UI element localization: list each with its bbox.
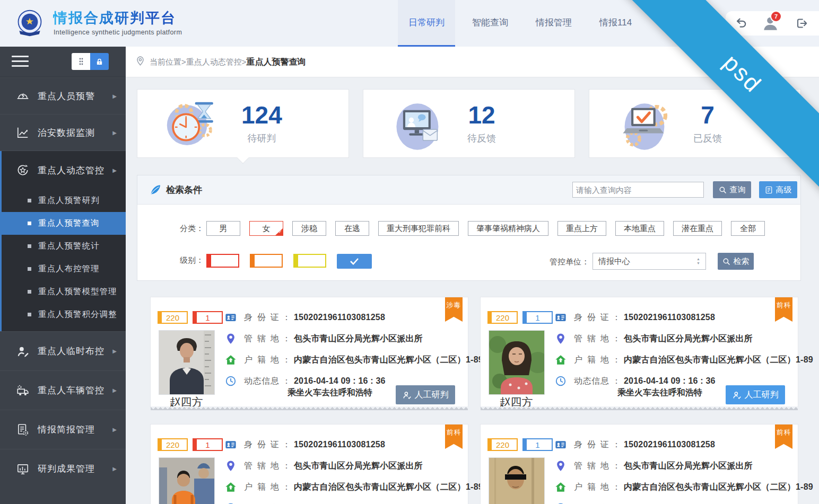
bullet-icon — [28, 244, 31, 248]
undo-icon[interactable] — [734, 16, 748, 30]
category-potential-key[interactable]: 潜在重点 — [673, 221, 722, 236]
person-photo — [159, 330, 215, 395]
nav-tab-intel-mgmt[interactable]: 情报管理 — [525, 0, 582, 47]
sidebar-item-vehicle-control[interactable]: 重点人车辆管控 ▶ — [0, 370, 126, 410]
card-perforation — [481, 406, 798, 410]
card-perforation — [151, 406, 468, 410]
category-major-crime[interactable]: 重大刑事犯罪前科 — [378, 221, 459, 236]
user-icon[interactable]: 7 — [762, 15, 779, 32]
manual-judge-button[interactable]: 人工研判 — [396, 385, 455, 404]
household-address: 内蒙古自治区包头市青山区光辉小区（二区）1-89 — [294, 482, 483, 493]
notification-badge[interactable]: 7 — [770, 11, 782, 22]
panel-title: 检索条件 — [166, 184, 202, 196]
alarm-icon — [16, 89, 30, 103]
stat-card-pending-judgment[interactable]: 124 待研判 — [137, 89, 349, 158]
nav-tab-special[interactable]: 专题研判 — [649, 0, 706, 47]
search-input[interactable] — [572, 182, 704, 198]
query-button[interactable]: 查询 — [713, 181, 751, 198]
chevron-right-icon: ▶ — [112, 130, 117, 136]
category-key-petition[interactable]: 重点上方 — [557, 221, 606, 236]
stat-label-done: 已反馈 — [693, 132, 722, 145]
manual-judge-button[interactable]: 人工研判 — [726, 385, 785, 404]
nav-tab-smart-query[interactable]: 智能查询 — [461, 0, 519, 47]
sidebar-subitem-control-mgmt[interactable]: 重点人布控管理 — [0, 258, 126, 280]
person-photo — [159, 457, 215, 504]
sidebar-item-briefing-mgmt[interactable]: 情报简报管理 ▶ — [0, 410, 126, 449]
monitor-message-icon — [391, 99, 446, 148]
document-icon — [765, 186, 773, 194]
police-badge-logo — [15, 8, 45, 38]
level-red-option[interactable] — [206, 254, 239, 268]
selected-corner-check-icon — [275, 228, 283, 236]
sidebar-subitem-warning-stats[interactable]: 重点人预警统计 — [0, 235, 126, 258]
hamburger-menu-icon[interactable] — [12, 56, 29, 67]
person-card: 前科 220 1 赵四方 身 份 证：1502021961103081258 管… — [150, 424, 468, 504]
advanced-button[interactable]: 高级 — [759, 181, 797, 198]
category-filter-row: 分类： 男 女 涉稳 在逃 重大刑事犯罪前科 肇事肇祸精神病人 重点上方 本地重… — [137, 221, 800, 236]
control-unit-select[interactable]: 情报中心 ▲▼ — [593, 253, 706, 270]
person-card: 涉毒 220 1 赵四方 身 份 证：1502021961103081258 管… — [150, 297, 468, 407]
stat-card-feedback-done[interactable]: 7 已反馈 — [589, 89, 801, 158]
level-badge: 1 — [522, 438, 553, 451]
nav-tab-daily[interactable]: 日常研判 — [398, 0, 455, 47]
main-content: 124 待研判 12 待反馈 — [126, 77, 819, 504]
sidebar-item-security-monitor[interactable]: 治安数据监测 ▶ — [0, 114, 126, 151]
level-badge: 1 — [193, 438, 223, 451]
level-all-checked-option[interactable] — [337, 254, 372, 269]
sidebar-subitem-warning-judge[interactable]: 重点人预警研判 — [0, 189, 126, 212]
sidebar-subitem-score-adjust[interactable]: 重点人预警积分调整 — [0, 303, 126, 326]
level-orange-option[interactable] — [250, 254, 283, 268]
clock-gear-hourglass-icon — [165, 99, 220, 148]
lock-icon[interactable] — [90, 53, 109, 70]
breadcrumb-level1[interactable]: 重点人动态管控 — [186, 57, 242, 66]
level-badge: 1 — [522, 311, 553, 324]
jurisdiction: 包头市青山区分局光辉小区派出所 — [624, 333, 753, 344]
logout-icon[interactable] — [795, 16, 808, 30]
stat-card-awaiting-feedback[interactable]: 12 待反馈 — [363, 89, 575, 158]
sidebar-item-person-alert[interactable]: 重点人员预警 ▶ — [0, 77, 126, 114]
category-male[interactable]: 男 — [206, 221, 240, 236]
laptop-check-icon — [617, 99, 672, 148]
stat-label-pending: 待研判 — [241, 132, 282, 145]
sidebar-subitem-warning-query[interactable]: 重点人预警查询 — [0, 212, 126, 235]
category-fugitive[interactable]: 在逃 — [335, 221, 369, 236]
id-card-icon — [555, 439, 567, 450]
id-card-icon — [225, 312, 237, 323]
history-clock-icon — [555, 375, 567, 387]
person-card: 前科 220 1 赵四方 身 份 证：1502021961103081258 管… — [480, 424, 798, 504]
bullet-icon — [28, 290, 31, 294]
category-mental-illness[interactable]: 肇事肇祸精神病人 — [468, 221, 548, 236]
category-stability[interactable]: 涉稳 — [292, 221, 326, 236]
sidebar-item-results-mgmt[interactable]: 研判成果管理 ▶ — [0, 449, 126, 488]
jurisdiction: 包头市青山区分局光辉小区派出所 — [294, 461, 423, 472]
location-pin-icon — [555, 460, 567, 472]
level-yellow-option[interactable] — [293, 254, 326, 268]
category-female[interactable]: 女 — [249, 221, 283, 236]
search-conditions-panel: 检索条件 查询 高级 分类： 男 女 涉稳 在逃 重大刑事犯罪前科 肇事肇 — [137, 175, 801, 281]
id-number: 1502021961103081258 — [294, 313, 385, 322]
jurisdiction: 包头市青山区分局光辉小区派出所 — [294, 333, 423, 344]
stat-value-pending: 124 — [241, 103, 282, 127]
bullet-icon — [28, 267, 31, 271]
chevron-right-icon: ▶ — [112, 466, 117, 472]
dynamic-description: 乘坐火车去往呼和浩特 — [617, 387, 702, 399]
id-card-icon — [225, 439, 237, 450]
category-all[interactable]: 全部 — [731, 221, 765, 236]
retrieve-button[interactable]: 检索 — [718, 253, 754, 270]
sidebar-top-bar — [0, 47, 126, 77]
location-pin-icon — [136, 56, 145, 68]
stat-value-awaiting: 12 — [467, 103, 496, 127]
household-address: 内蒙古自治区包头市青山区光辉小区（二区）1-89 — [294, 355, 483, 366]
sidebar-item-dynamic-control[interactable]: 重点人动态管控 ▶ — [0, 151, 126, 189]
level-filter-row: 级别： 管控单位： 情报中心 ▲▼ 检索 — [137, 253, 800, 270]
category-local-key[interactable]: 本地重点 — [615, 221, 664, 236]
home-icon — [225, 481, 237, 493]
nav-tab-intel-114[interactable]: 情报114 — [589, 0, 642, 47]
dynamic-time: 2016-04-14 09 : 16 : 36 — [294, 376, 386, 386]
sidebar-subitem-model-mgmt[interactable]: 重点人预警模型管理 — [0, 280, 126, 303]
location-pin-icon — [225, 333, 237, 344]
stat-label-awaiting: 待反馈 — [467, 132, 496, 145]
drag-handle-icon[interactable] — [72, 53, 90, 70]
chevron-right-icon: ▶ — [112, 93, 117, 99]
sidebar-item-temp-control[interactable]: 重点人临时布控 ▶ — [0, 331, 126, 370]
